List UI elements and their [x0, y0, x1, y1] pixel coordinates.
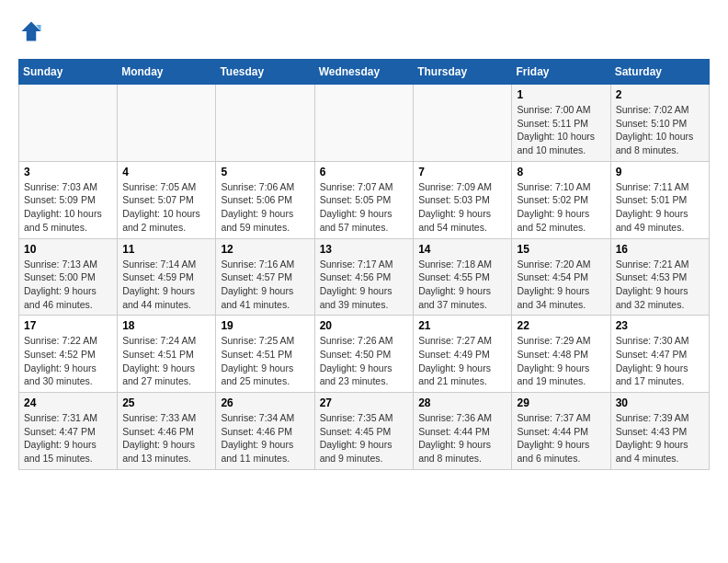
day-number: 19	[221, 319, 309, 332]
calendar-cell	[118, 85, 216, 162]
day-detail: Sunrise: 7:34 AM Sunset: 4:46 PM Dayligh…	[221, 411, 309, 465]
day-detail: Sunrise: 7:31 AM Sunset: 4:47 PM Dayligh…	[24, 411, 112, 465]
weekday-header-sunday: Sunday	[19, 60, 118, 85]
weekday-header-tuesday: Tuesday	[216, 60, 314, 85]
day-detail: Sunrise: 7:33 AM Sunset: 4:46 PM Dayligh…	[122, 411, 210, 465]
calendar-cell	[414, 85, 512, 162]
calendar-cell: 10Sunrise: 7:13 AM Sunset: 5:00 PM Dayli…	[19, 238, 118, 316]
calendar-cell: 19Sunrise: 7:25 AM Sunset: 4:51 PM Dayli…	[216, 316, 314, 393]
day-detail: Sunrise: 7:07 AM Sunset: 5:05 PM Dayligh…	[320, 180, 409, 235]
weekday-header-friday: Friday	[512, 60, 610, 85]
day-detail: Sunrise: 7:21 AM Sunset: 4:53 PM Dayligh…	[616, 258, 704, 312]
day-detail: Sunrise: 7:05 AM Sunset: 5:07 PM Dayligh…	[122, 180, 210, 235]
day-number: 15	[517, 243, 605, 256]
day-detail: Sunrise: 7:02 AM Sunset: 5:10 PM Dayligh…	[616, 103, 704, 157]
day-number: 11	[122, 243, 210, 256]
calendar-cell: 30Sunrise: 7:39 AM Sunset: 4:43 PM Dayli…	[610, 393, 709, 470]
logo	[18, 18, 48, 44]
svg-marker-0	[22, 22, 41, 41]
day-detail: Sunrise: 7:13 AM Sunset: 5:00 PM Dayligh…	[24, 258, 112, 312]
day-detail: Sunrise: 7:29 AM Sunset: 4:48 PM Dayligh…	[517, 334, 605, 388]
calendar-week-4: 17Sunrise: 7:22 AM Sunset: 4:52 PM Dayli…	[19, 316, 710, 393]
calendar-week-3: 10Sunrise: 7:13 AM Sunset: 5:00 PM Dayli…	[19, 238, 710, 316]
day-number: 7	[418, 166, 506, 178]
day-detail: Sunrise: 7:26 AM Sunset: 4:50 PM Dayligh…	[320, 334, 409, 388]
page-header	[18, 18, 710, 44]
calendar-cell: 25Sunrise: 7:33 AM Sunset: 4:46 PM Dayli…	[118, 393, 216, 470]
calendar-cell: 3Sunrise: 7:03 AM Sunset: 5:09 PM Daylig…	[19, 161, 118, 238]
calendar-cell: 15Sunrise: 7:20 AM Sunset: 4:54 PM Dayli…	[512, 238, 610, 316]
day-number: 5	[221, 166, 309, 178]
day-detail: Sunrise: 7:30 AM Sunset: 4:47 PM Dayligh…	[616, 334, 704, 388]
day-detail: Sunrise: 7:00 AM Sunset: 5:11 PM Dayligh…	[517, 103, 605, 157]
day-detail: Sunrise: 7:03 AM Sunset: 5:09 PM Dayligh…	[24, 180, 112, 235]
calendar-cell: 9Sunrise: 7:11 AM Sunset: 5:01 PM Daylig…	[610, 161, 709, 238]
day-number: 16	[616, 243, 704, 256]
calendar-cell: 14Sunrise: 7:18 AM Sunset: 4:55 PM Dayli…	[414, 238, 512, 316]
calendar-table: SundayMondayTuesdayWednesdayThursdayFrid…	[18, 59, 710, 470]
calendar-cell: 27Sunrise: 7:35 AM Sunset: 4:45 PM Dayli…	[314, 393, 414, 470]
day-number: 12	[221, 243, 309, 256]
day-detail: Sunrise: 7:17 AM Sunset: 4:56 PM Dayligh…	[320, 258, 409, 312]
day-detail: Sunrise: 7:39 AM Sunset: 4:43 PM Dayligh…	[616, 411, 704, 465]
day-number: 18	[122, 319, 210, 332]
day-detail: Sunrise: 7:16 AM Sunset: 4:57 PM Dayligh…	[221, 258, 309, 312]
calendar-week-1: 1Sunrise: 7:00 AM Sunset: 5:11 PM Daylig…	[19, 85, 710, 162]
day-detail: Sunrise: 7:09 AM Sunset: 5:03 PM Dayligh…	[418, 180, 506, 235]
day-number: 9	[616, 166, 704, 178]
day-number: 20	[320, 319, 409, 332]
day-number: 26	[221, 396, 309, 409]
day-detail: Sunrise: 7:20 AM Sunset: 4:54 PM Dayligh…	[517, 258, 605, 312]
calendar-cell: 6Sunrise: 7:07 AM Sunset: 5:05 PM Daylig…	[314, 161, 414, 238]
calendar-cell: 20Sunrise: 7:26 AM Sunset: 4:50 PM Dayli…	[314, 316, 414, 393]
day-detail: Sunrise: 7:14 AM Sunset: 4:59 PM Dayligh…	[122, 258, 210, 312]
calendar-cell: 4Sunrise: 7:05 AM Sunset: 5:07 PM Daylig…	[118, 161, 216, 238]
weekday-row: SundayMondayTuesdayWednesdayThursdayFrid…	[19, 60, 710, 85]
day-number: 3	[24, 166, 112, 178]
day-number: 27	[320, 396, 409, 409]
day-number: 8	[517, 166, 605, 178]
day-number: 10	[24, 243, 112, 256]
day-detail: Sunrise: 7:27 AM Sunset: 4:49 PM Dayligh…	[418, 334, 506, 388]
calendar-cell: 18Sunrise: 7:24 AM Sunset: 4:51 PM Dayli…	[118, 316, 216, 393]
calendar-cell: 7Sunrise: 7:09 AM Sunset: 5:03 PM Daylig…	[414, 161, 512, 238]
day-detail: Sunrise: 7:37 AM Sunset: 4:44 PM Dayligh…	[517, 411, 605, 465]
calendar-cell: 17Sunrise: 7:22 AM Sunset: 4:52 PM Dayli…	[19, 316, 118, 393]
calendar-cell: 12Sunrise: 7:16 AM Sunset: 4:57 PM Dayli…	[216, 238, 314, 316]
day-number: 2	[616, 88, 704, 101]
calendar-cell: 2Sunrise: 7:02 AM Sunset: 5:10 PM Daylig…	[610, 85, 709, 162]
day-number: 30	[616, 396, 704, 409]
calendar-week-2: 3Sunrise: 7:03 AM Sunset: 5:09 PM Daylig…	[19, 161, 710, 238]
day-number: 14	[418, 243, 506, 256]
day-number: 21	[418, 319, 506, 332]
calendar-cell: 22Sunrise: 7:29 AM Sunset: 4:48 PM Dayli…	[512, 316, 610, 393]
calendar-cell	[19, 85, 118, 162]
day-number: 29	[517, 396, 605, 409]
calendar-week-5: 24Sunrise: 7:31 AM Sunset: 4:47 PM Dayli…	[19, 393, 710, 470]
day-number: 25	[122, 396, 210, 409]
day-number: 1	[517, 88, 605, 101]
weekday-header-monday: Monday	[118, 60, 216, 85]
weekday-header-thursday: Thursday	[414, 60, 512, 85]
day-number: 6	[320, 166, 409, 178]
day-number: 22	[517, 319, 605, 332]
calendar-body: 1Sunrise: 7:00 AM Sunset: 5:11 PM Daylig…	[19, 85, 710, 470]
calendar-cell: 8Sunrise: 7:10 AM Sunset: 5:02 PM Daylig…	[512, 161, 610, 238]
day-number: 24	[24, 396, 112, 409]
calendar-cell: 23Sunrise: 7:30 AM Sunset: 4:47 PM Dayli…	[610, 316, 709, 393]
day-detail: Sunrise: 7:10 AM Sunset: 5:02 PM Dayligh…	[517, 180, 605, 235]
day-number: 17	[24, 319, 112, 332]
day-detail: Sunrise: 7:22 AM Sunset: 4:52 PM Dayligh…	[24, 334, 112, 388]
calendar-cell: 1Sunrise: 7:00 AM Sunset: 5:11 PM Daylig…	[512, 85, 610, 162]
day-number: 4	[122, 166, 210, 178]
calendar-cell: 16Sunrise: 7:21 AM Sunset: 4:53 PM Dayli…	[610, 238, 709, 316]
calendar-cell: 29Sunrise: 7:37 AM Sunset: 4:44 PM Dayli…	[512, 393, 610, 470]
calendar-cell	[314, 85, 414, 162]
weekday-header-saturday: Saturday	[610, 60, 709, 85]
day-number: 13	[320, 243, 409, 256]
day-detail: Sunrise: 7:35 AM Sunset: 4:45 PM Dayligh…	[320, 411, 409, 465]
day-detail: Sunrise: 7:24 AM Sunset: 4:51 PM Dayligh…	[122, 334, 210, 388]
calendar-cell: 26Sunrise: 7:34 AM Sunset: 4:46 PM Dayli…	[216, 393, 314, 470]
calendar-cell: 13Sunrise: 7:17 AM Sunset: 4:56 PM Dayli…	[314, 238, 414, 316]
calendar-cell	[216, 85, 314, 162]
